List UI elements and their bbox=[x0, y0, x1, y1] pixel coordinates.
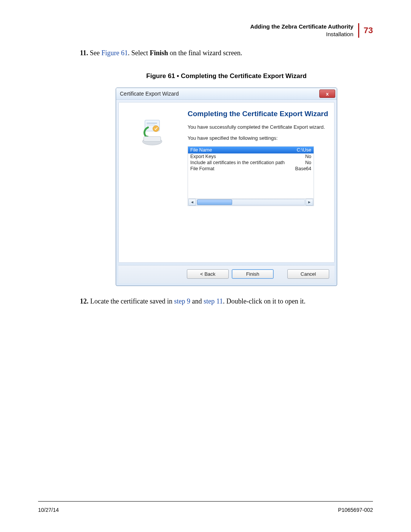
wizard-client-area: Completing the Certificate Export Wizard… bbox=[118, 102, 335, 263]
step-11: 11. See Figure 61. Select Finish on the … bbox=[80, 49, 373, 57]
cancel-button[interactable]: Cancel bbox=[287, 269, 329, 279]
certificate-export-wizard-window: Certificate Export Wizard x bbox=[116, 88, 337, 286]
step-12-text-mid: and bbox=[190, 297, 204, 305]
step-11-text-mid: . Select bbox=[128, 49, 150, 57]
certificate-export-icon bbox=[137, 118, 167, 149]
settings-header-key: File Name bbox=[190, 147, 297, 153]
step-12-text-post: . Double-click on it to open it. bbox=[223, 297, 306, 305]
page-footer: 10/27/14 P1065697-002 bbox=[38, 507, 373, 513]
wizard-description: You have successfully completed the Cert… bbox=[188, 124, 330, 131]
svg-point-3 bbox=[153, 126, 159, 132]
finish-button[interactable]: Finish bbox=[232, 269, 274, 279]
page-header: Adding the Zebra Certificate Authority I… bbox=[38, 23, 373, 38]
figure-caption: Figure 61 • Completing the Certificate E… bbox=[80, 72, 373, 80]
footer-date: 10/27/14 bbox=[38, 507, 59, 513]
settings-header-value: C:\Use bbox=[297, 147, 311, 153]
header-divider bbox=[358, 23, 359, 38]
wizard-left-pane bbox=[119, 102, 185, 262]
scroll-thumb[interactable] bbox=[197, 200, 232, 205]
step-11-bold: Finish bbox=[150, 49, 168, 57]
step-12-text-pre: Locate the certificate saved in bbox=[89, 297, 174, 305]
figure-61-link[interactable]: Figure 61 bbox=[102, 49, 128, 57]
settings-row-key: Export Keys bbox=[190, 154, 305, 159]
footer-rule bbox=[38, 501, 373, 502]
settings-row-value: No bbox=[305, 154, 311, 159]
settings-row: Include all certificates in the certific… bbox=[188, 160, 314, 166]
settings-row-value: No bbox=[305, 160, 311, 165]
wizard-button-bar: < Back Finish Cancel bbox=[118, 265, 335, 283]
back-button-label: < Back bbox=[200, 271, 215, 277]
svg-rect-6 bbox=[143, 137, 161, 142]
scroll-track[interactable] bbox=[197, 199, 305, 205]
step-11-number: 11. bbox=[80, 49, 88, 57]
cancel-button-label: Cancel bbox=[301, 271, 316, 277]
scroll-left-arrow[interactable]: ◄ bbox=[188, 199, 196, 206]
settings-row-key: File Format bbox=[190, 166, 295, 171]
window-title: Certificate Export Wizard bbox=[120, 91, 319, 97]
window-titlebar: Certificate Export Wizard x bbox=[116, 88, 337, 100]
figure-image-wrap: Certificate Export Wizard x bbox=[80, 88, 373, 286]
close-icon: x bbox=[326, 91, 328, 97]
step-9-link[interactable]: step 9 bbox=[174, 297, 190, 305]
step-12: 12. Locate the certificate saved in step… bbox=[80, 297, 373, 305]
page-number: 73 bbox=[364, 26, 373, 35]
header-title: Adding the Zebra Certificate Authority bbox=[250, 23, 353, 30]
document-page: Adding the Zebra Certificate Authority I… bbox=[0, 0, 411, 532]
close-button[interactable]: x bbox=[319, 89, 335, 98]
settings-row-key: Include all certificates in the certific… bbox=[190, 160, 305, 165]
footer-docid: P1065697-002 bbox=[338, 507, 373, 513]
step-11-link[interactable]: step 11 bbox=[204, 297, 223, 305]
wizard-right-pane: Completing the Certificate Export Wizard… bbox=[185, 102, 334, 262]
header-text-block: Adding the Zebra Certificate Authority I… bbox=[250, 23, 358, 38]
wizard-settings-label: You have specified the following setting… bbox=[188, 135, 330, 142]
body-area: 11. See Figure 61. Select Finish on the … bbox=[80, 49, 373, 305]
step-11-text-post: on the final wizard screen. bbox=[168, 49, 242, 57]
settings-row: File Format Base64 bbox=[188, 166, 314, 172]
settings-row-value: Base64 bbox=[295, 166, 311, 171]
step-11-text-pre: See bbox=[88, 49, 102, 57]
wizard-heading: Completing the Certificate Export Wizard bbox=[188, 109, 330, 118]
settings-header-row: File Name C:\Use bbox=[188, 147, 314, 153]
horizontal-scrollbar[interactable]: ◄ ► bbox=[188, 198, 314, 206]
step-12-number: 12. bbox=[80, 297, 89, 305]
header-subtitle: Installation bbox=[250, 30, 353, 38]
settings-row: Export Keys No bbox=[188, 153, 314, 160]
settings-listview: File Name C:\Use Export Keys No Include … bbox=[188, 146, 314, 206]
back-button[interactable]: < Back bbox=[187, 269, 229, 279]
scroll-right-arrow[interactable]: ► bbox=[306, 199, 313, 206]
finish-button-label: Finish bbox=[246, 271, 260, 277]
